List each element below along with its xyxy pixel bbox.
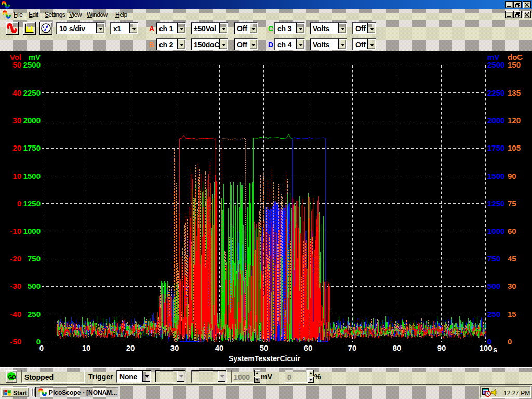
svg-text:s: s bbox=[493, 345, 497, 354]
svg-text:50: 50 bbox=[260, 343, 269, 352]
svg-text:-10: -10 bbox=[10, 227, 21, 235]
svg-text:250: 250 bbox=[487, 310, 500, 318]
svg-text:0: 0 bbox=[39, 343, 44, 352]
svg-text:1250: 1250 bbox=[23, 199, 41, 208]
svg-text:20: 20 bbox=[12, 143, 21, 152]
svg-text:75: 75 bbox=[508, 199, 516, 208]
svg-text:750: 750 bbox=[28, 254, 41, 263]
svg-text:60: 60 bbox=[508, 227, 516, 235]
svg-text:250: 250 bbox=[28, 310, 41, 318]
svg-text:20: 20 bbox=[126, 343, 135, 352]
svg-text:-50: -50 bbox=[10, 337, 21, 346]
svg-text:135: 135 bbox=[508, 88, 521, 97]
svg-text:-30: -30 bbox=[10, 282, 21, 290]
svg-text:2000: 2000 bbox=[23, 116, 41, 125]
svg-text:SystemTessterCicuir: SystemTessterCicuir bbox=[229, 354, 301, 363]
svg-text:15: 15 bbox=[508, 310, 516, 318]
svg-text:-40: -40 bbox=[10, 310, 21, 318]
svg-text:2500: 2500 bbox=[487, 60, 504, 69]
svg-text:50: 50 bbox=[12, 60, 21, 69]
svg-text:60: 60 bbox=[304, 343, 313, 352]
svg-text:1750: 1750 bbox=[23, 143, 41, 152]
svg-text:1000: 1000 bbox=[487, 227, 504, 235]
svg-text:1500: 1500 bbox=[23, 171, 41, 180]
svg-text:500: 500 bbox=[28, 282, 41, 290]
svg-text:1000: 1000 bbox=[23, 227, 41, 235]
svg-text:0: 0 bbox=[17, 199, 21, 208]
svg-text:2500: 2500 bbox=[23, 60, 41, 69]
svg-text:40: 40 bbox=[215, 343, 224, 352]
svg-text:2250: 2250 bbox=[23, 88, 41, 97]
svg-text:750: 750 bbox=[487, 254, 500, 263]
svg-text:90: 90 bbox=[508, 171, 516, 180]
svg-text:30: 30 bbox=[170, 343, 179, 352]
svg-text:90: 90 bbox=[437, 343, 446, 352]
svg-text:2000: 2000 bbox=[487, 116, 504, 125]
svg-text:45: 45 bbox=[508, 254, 516, 263]
svg-text:40: 40 bbox=[12, 88, 21, 97]
svg-text:2250: 2250 bbox=[487, 88, 504, 97]
svg-text:1250: 1250 bbox=[487, 199, 504, 208]
svg-text:105: 105 bbox=[508, 143, 521, 152]
svg-text:120: 120 bbox=[508, 116, 521, 125]
svg-text:10: 10 bbox=[12, 171, 21, 180]
svg-text:0: 0 bbox=[508, 337, 512, 346]
svg-text:1500: 1500 bbox=[487, 171, 504, 180]
svg-text:500: 500 bbox=[487, 282, 500, 290]
svg-text:10: 10 bbox=[82, 343, 91, 352]
svg-text:100: 100 bbox=[479, 343, 492, 352]
svg-text:-20: -20 bbox=[10, 254, 21, 263]
svg-text:30: 30 bbox=[12, 116, 21, 125]
svg-text:80: 80 bbox=[393, 343, 402, 352]
svg-text:30: 30 bbox=[508, 282, 516, 290]
svg-text:150: 150 bbox=[508, 60, 521, 69]
svg-text:1750: 1750 bbox=[487, 143, 504, 152]
svg-text:70: 70 bbox=[348, 343, 357, 352]
